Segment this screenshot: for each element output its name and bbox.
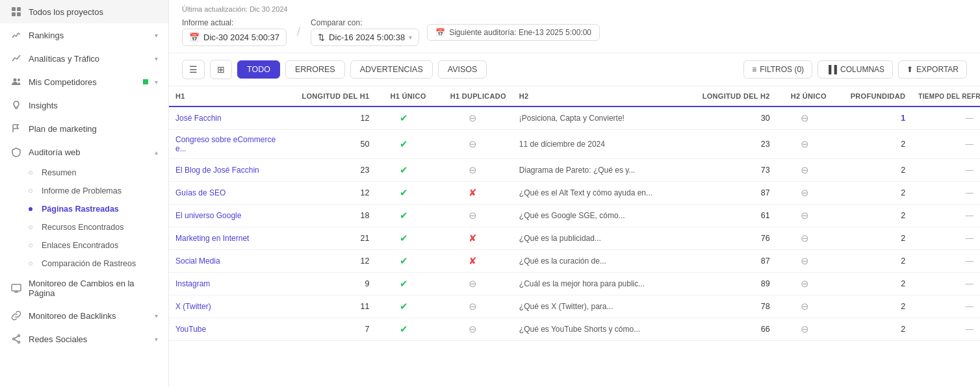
compare-report-selector[interactable]: ⇅ Dic-16 2024 5:00:38 ▾ — [311, 29, 419, 46]
cell-h1dup: ✘ — [433, 250, 513, 273]
cell-h1dup: ⊖ — [433, 295, 513, 318]
cell-h1unique: ✔ — [376, 227, 432, 250]
cell-h1[interactable]: Guías de SEO — [169, 182, 282, 205]
cell-h1len: 12 — [282, 250, 376, 273]
cell-depth: 2 — [833, 273, 912, 295]
cell-h2: 11 de diciembre de 2024 — [513, 130, 683, 159]
current-report-selector[interactable]: 📅 Dic-30 2024 5:00:37 — [182, 29, 287, 46]
tab-avisos[interactable]: AVISOS — [438, 60, 487, 79]
cell-h1[interactable]: Instagram — [169, 273, 282, 295]
cell-h1[interactable]: José Facchin — [169, 106, 282, 130]
sidebar-item-analiticas[interactable]: Analíticas y Tráfico ▾ — [0, 47, 168, 70]
sidebar-item-insights[interactable]: Insights — [0, 94, 168, 117]
cell-h1[interactable]: Marketing en Internet — [169, 227, 282, 250]
cell-h2unique: ⊖ — [777, 106, 833, 130]
sidebar-label: Mis Competidores — [29, 77, 134, 87]
cell-depth: 2 — [833, 159, 912, 182]
chevron-up-icon: ▴ — [155, 149, 158, 156]
cell-h1[interactable]: El Blog de José Facchin — [169, 159, 282, 182]
cell-h2len: 78 — [683, 295, 777, 318]
cell-depth: 2 — [833, 130, 912, 159]
svg-point-4 — [14, 79, 17, 82]
compare-report-group: Comparar con: ⇅ Dic-16 2024 5:00:38 ▾ — [311, 18, 419, 46]
minus-circle-icon: ⊖ — [801, 232, 809, 243]
minus-circle-icon: ⊖ — [469, 138, 477, 149]
sidebar-item-recursos-encontrados[interactable]: Recursos Encontrados — [29, 218, 168, 236]
cell-h2unique: ⊖ — [777, 159, 833, 182]
tab-advertencias[interactable]: ADVERTENCIAS — [350, 60, 433, 79]
col-refresh[interactable]: TIEMPO DEL REFRESH REDIRECT — [912, 86, 980, 106]
columnas-button[interactable]: ▐▐ COLUMNAS — [818, 60, 893, 79]
list-icon: ☰ — [189, 64, 198, 75]
exportar-button[interactable]: ⬆ EXPORTAR — [898, 60, 967, 79]
sidebar-item-competidores[interactable]: Mis Competidores ▾ — [0, 70, 168, 94]
svg-rect-1 — [17, 7, 21, 11]
cell-refresh: — — [912, 106, 980, 130]
cell-depth: 2 — [833, 182, 912, 205]
compare-report-value: Dic-16 2024 5:00:38 — [329, 32, 405, 42]
table-row: Social Media 12 ✔ ✘ ¿Qué es la curación … — [169, 250, 980, 273]
cell-h1len: 7 — [282, 318, 376, 341]
minus-circle-icon: ⊖ — [801, 210, 809, 221]
current-report-label: Informe actual: — [182, 18, 287, 27]
sidebar-item-paginas-rastreadas[interactable]: Páginas Rastreadas — [29, 200, 168, 218]
check-icon: ✔ — [400, 278, 408, 289]
cell-h1[interactable]: Congreso sobre eCommerce e... — [169, 130, 282, 159]
cell-h2len: 73 — [683, 159, 777, 182]
main-content: Última actualización: Dic 30 2024 Inform… — [169, 0, 980, 387]
people-icon — [10, 76, 22, 88]
col-h2unique[interactable]: H2 ÚNICO — [777, 86, 833, 106]
cell-depth: 2 — [833, 227, 912, 250]
sidebar-item-todos-proyectos[interactable]: Todos los proyectos — [0, 0, 168, 23]
check-icon: ✔ — [400, 187, 408, 198]
cell-h1[interactable]: YouTube — [169, 318, 282, 341]
sidebar-item-enlaces-encontrados[interactable]: Enlaces Encontrados — [29, 236, 168, 255]
cell-h1[interactable]: X (Twitter) — [169, 295, 282, 318]
settings-view-button[interactable]: ⊞ — [210, 60, 232, 79]
sidebar-item-resumen[interactable]: Resumen — [29, 164, 168, 182]
cell-h1len: 21 — [282, 227, 376, 250]
cell-h1[interactable]: Social Media — [169, 250, 282, 273]
sidebar-item-auditoria-web[interactable]: Auditoría web ▴ — [0, 140, 168, 164]
svg-point-7 — [18, 335, 20, 337]
cell-h2: ¿Qué es Google SGE, cómo... — [513, 205, 683, 227]
sidebar-item-rankings[interactable]: Rankings ▾ — [0, 23, 168, 47]
cell-h1len: 12 — [282, 106, 376, 130]
columnas-label: COLUMNAS — [840, 65, 884, 74]
sidebar-item-monitoreo-backlinks[interactable]: Monitoreo de Backlinks ▾ — [0, 304, 168, 327]
col-h2[interactable]: H2 — [513, 86, 683, 106]
cell-h1len: 18 — [282, 205, 376, 227]
next-audit-badge[interactable]: 📅 Siguiente auditoría: Ene-13 2025 5:00:… — [427, 24, 600, 41]
minus-circle-icon: ⊖ — [801, 323, 809, 334]
cell-depth: 2 — [833, 318, 912, 341]
col-h2len[interactable]: LONGITUD DEL H2 — [683, 86, 777, 106]
col-profundidad[interactable]: PROFUNDIDAD — [833, 86, 912, 106]
col-h1dup[interactable]: H1 DUPLICADO — [433, 86, 513, 106]
sidebar-label: Monitoreo de Cambios en la Página — [29, 279, 158, 298]
sidebar-item-informe-problemas[interactable]: Informe de Problemas — [29, 182, 168, 200]
calendar-icon: 📅 — [189, 32, 200, 42]
sidebar-item-plan-marketing[interactable]: Plan de marketing — [0, 117, 168, 140]
col-h1len[interactable]: LONGITUD DEL H1 — [282, 86, 376, 106]
sidebar-label: Analíticas y Tráfico — [29, 54, 148, 64]
cell-h1unique: ✔ — [376, 182, 432, 205]
tab-todo[interactable]: TODO — [237, 60, 280, 79]
sidebar-item-redes-sociales[interactable]: Redes Sociales ▾ — [0, 327, 168, 351]
cell-h1len: 23 — [282, 159, 376, 182]
compare-report-label: Comparar con: — [311, 18, 419, 27]
col-h1unique[interactable]: H1 ÚNICO — [376, 86, 432, 106]
cell-h1[interactable]: El universo Google — [169, 205, 282, 227]
check-icon: ✔ — [400, 210, 408, 221]
sidebar-item-comparacion-rastreos[interactable]: Comparación de Rastreos — [29, 255, 168, 273]
table-row: Guías de SEO 12 ✔ ✘ ¿Qué es el Alt Text … — [169, 182, 980, 205]
cell-h2unique: ⊖ — [777, 273, 833, 295]
filtros-button[interactable]: ≡ FILTROS (0) — [743, 60, 812, 79]
list-view-button[interactable]: ☰ — [182, 60, 205, 79]
col-h1[interactable]: H1 — [169, 86, 282, 106]
next-audit-text: Siguiente auditoría: Ene-13 2025 5:00:00 — [449, 28, 591, 37]
cell-h1unique: ✔ — [376, 159, 432, 182]
tab-errores[interactable]: ERRORES — [285, 60, 345, 79]
check-icon: ✔ — [400, 255, 408, 266]
sidebar-item-monitoreo-cambios[interactable]: Monitoreo de Cambios en la Página — [0, 273, 168, 304]
cell-h2: ¿Qué es YouTube Shorts y cómo... — [513, 318, 683, 341]
